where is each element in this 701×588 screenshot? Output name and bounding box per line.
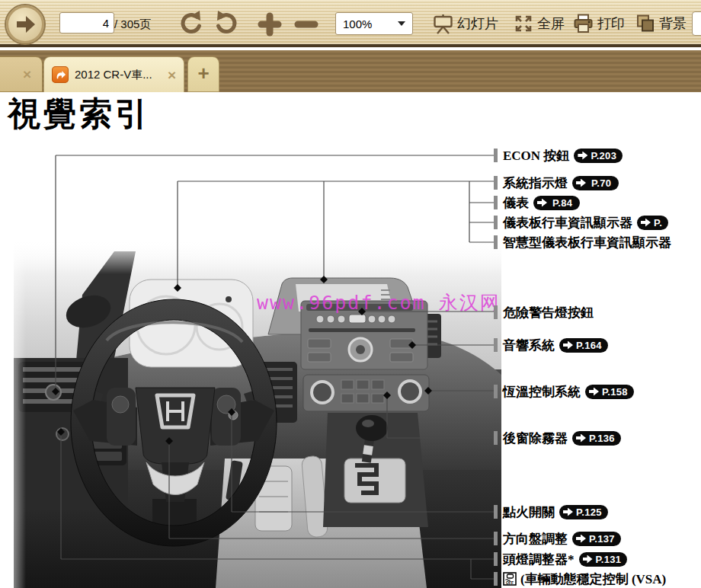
- slideshow-label: 幻灯片: [457, 14, 498, 33]
- go-to-page-button[interactable]: [5, 4, 46, 45]
- fullscreen-label: 全屏: [537, 14, 565, 33]
- new-tab-button[interactable]: +: [187, 56, 219, 92]
- plus-icon: +: [197, 62, 209, 85]
- background-label: 背景: [659, 14, 687, 33]
- zoom-value: 100%: [336, 18, 398, 30]
- app-logo-icon: [52, 66, 69, 83]
- tab-active[interactable]: 2012 CR-V車... ×: [43, 56, 184, 92]
- tab-bar: × 2012 CR-V車... × +: [0, 50, 701, 92]
- pdf-reader-window: { "toolbar": { "page_value": "4", "page_…: [0, 0, 701, 588]
- document-page: 視覺索引: [0, 92, 701, 588]
- page-total-label: / 305页: [114, 18, 151, 32]
- background-button[interactable]: 背景: [635, 0, 687, 47]
- print-label: 打印: [597, 14, 625, 33]
- tab-title: 2012 CR-V車...: [75, 68, 162, 82]
- dashboard-illustration: www.96pdf.com 永汉网: [0, 142, 503, 588]
- zoom-out-button[interactable]: [294, 12, 318, 37]
- tab-inactive-partial[interactable]: ×: [0, 56, 43, 92]
- page-title: 視覺索引: [8, 92, 151, 136]
- toolbar-partial-control[interactable]: [692, 11, 701, 36]
- watermark: www.96pdf.com 永汉网: [257, 292, 501, 314]
- close-icon[interactable]: ×: [168, 68, 176, 82]
- print-icon: [573, 14, 594, 34]
- right-arrow-icon: [14, 13, 37, 36]
- print-button[interactable]: 打印: [573, 0, 625, 47]
- redo-button[interactable]: [213, 10, 241, 37]
- background-icon: [635, 14, 655, 34]
- close-icon[interactable]: ×: [23, 67, 31, 81]
- slideshow-icon: [433, 14, 453, 34]
- page-number-input[interactable]: [59, 12, 114, 34]
- zoom-select[interactable]: 100%: [335, 12, 413, 35]
- slideshow-button[interactable]: 幻灯片: [433, 0, 498, 47]
- toolbar: / 305页 100% 幻灯片: [0, 0, 701, 47]
- zoom-in-button[interactable]: [258, 12, 282, 37]
- fullscreen-icon: [514, 14, 533, 34]
- undo-button[interactable]: [177, 10, 204, 37]
- fullscreen-button[interactable]: 全屏: [514, 0, 565, 47]
- chevron-down-icon: [398, 21, 405, 26]
